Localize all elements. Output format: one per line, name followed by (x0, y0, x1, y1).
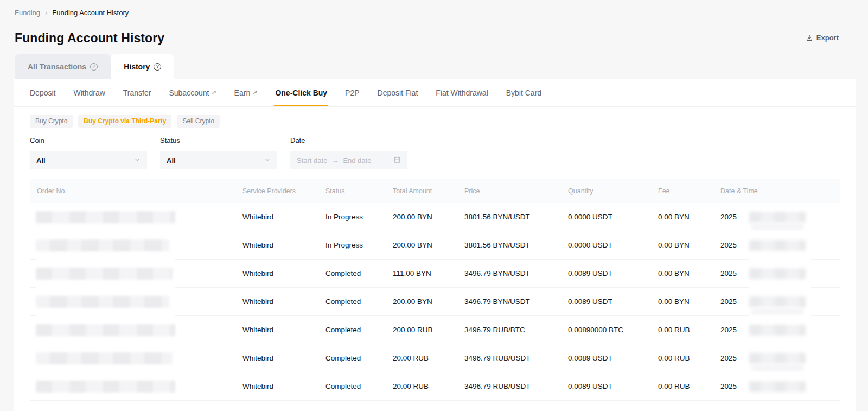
start-date-placeholder[interactable]: Start date (297, 156, 327, 165)
table-row: Whitebird Completed 200.00 BYN 3496.79 B… (30, 288, 840, 316)
coin-filter-label: Coin (30, 136, 147, 144)
col-order-no: Order No. (37, 187, 242, 195)
pill-buy-crypto-via-third-party[interactable]: Buy Crypto via Third-Party (78, 115, 171, 128)
table-header: Order No. Service Providers Status Total… (30, 179, 840, 203)
export-button[interactable]: Export (806, 34, 839, 42)
total-amount: 200.00 BYN (393, 298, 464, 306)
col-quantity: Quantity (568, 187, 658, 195)
row-status: In Progress (326, 213, 393, 221)
total-amount: 20.00 RUB (393, 382, 464, 390)
coin-select-value: All (36, 156, 46, 165)
table-row: Whitebird In Progress 200.00 BYN 3801.56… (30, 231, 840, 260)
order-no-redacted-blur (36, 203, 175, 231)
price: 3496.79 RUB/USDT (464, 354, 568, 362)
service-provider: Whitebird (242, 213, 326, 221)
table-row: Whitebird Completed 20.00 RUB 3496.79 RU… (30, 372, 840, 401)
subtab-deposit[interactable]: Deposit (30, 79, 55, 106)
order-no-redacted-blur (36, 316, 175, 344)
tab-history[interactable]: History ? (111, 54, 174, 79)
pill-sell-crypto[interactable]: Sell Crypto (177, 115, 220, 128)
fee: 0.00 RUB (658, 382, 720, 390)
col-total-amount: Total Amount (393, 187, 464, 195)
tab-all-transactions[interactable]: All Transactions ? (15, 54, 111, 79)
fee: 0.00 RUB (658, 326, 720, 334)
tab-history-label: History (124, 62, 150, 71)
chevron-right-icon: › (45, 9, 47, 17)
service-provider: Whitebird (242, 354, 326, 362)
date-year: 2025 (720, 241, 737, 249)
date-range-input[interactable]: Start date → End date (290, 151, 407, 169)
fee: 0.00 BYN (658, 298, 720, 306)
coin-select[interactable]: All (30, 151, 147, 169)
status-select[interactable]: All (160, 151, 277, 169)
question-circle-icon[interactable]: ? (90, 63, 98, 71)
date-time-cell: 2025 (720, 241, 840, 249)
date-time-cell: 2025 (720, 298, 840, 306)
subtab-one-click-buy[interactable]: One-Click Buy (275, 79, 327, 106)
date-redacted-blur (749, 231, 811, 260)
date-redacted-blur (749, 372, 811, 400)
total-amount: 200.00 RUB (393, 326, 464, 334)
quantity: 0.0089 USDT (568, 354, 658, 362)
fee: 0.00 BYN (658, 213, 720, 221)
price: 3801.56 BYN/USDT (464, 213, 568, 221)
question-circle-icon[interactable]: ? (154, 63, 161, 71)
row-status: Completed (326, 382, 393, 390)
col-fee: Fee (658, 187, 720, 195)
order-no-redacted-blur (36, 344, 175, 372)
row-status: In Progress (326, 241, 393, 249)
download-icon (806, 34, 813, 42)
quantity: 0.0000 USDT (568, 241, 658, 249)
status-select-value: All (167, 156, 176, 165)
subtab-withdraw[interactable]: Withdraw (73, 79, 105, 106)
row-status: Completed (326, 298, 393, 306)
subtab-deposit-fiat[interactable]: Deposit Fiat (378, 79, 418, 106)
date-redacted-blur (749, 344, 811, 372)
pills: Buy Crypto Buy Crypto via Third-Party Se… (14, 107, 856, 128)
fee: 0.00 BYN (658, 269, 720, 277)
service-provider: Whitebird (242, 269, 326, 277)
col-date-time: Date & Time (720, 187, 840, 195)
status-filter: Status All (160, 136, 277, 169)
calendar-icon[interactable] (393, 156, 401, 165)
range-arrow-icon: → (331, 156, 339, 165)
service-provider: Whitebird (242, 326, 326, 334)
subtab-transfer[interactable]: Transfer (123, 79, 151, 106)
tab-all-transactions-label: All Transactions (28, 62, 86, 71)
price: 3496.79 BYN/USDT (464, 269, 568, 277)
chevron-down-icon (134, 156, 141, 165)
pill-buy-crypto[interactable]: Buy Crypto (30, 115, 73, 128)
status-filter-label: Status (160, 136, 277, 144)
subtab-earn[interactable]: Earn ↗ (234, 79, 258, 106)
export-label: Export (816, 34, 839, 42)
date-time-cell: 2025 (720, 382, 840, 390)
date-year: 2025 (720, 382, 737, 390)
filters: Coin All Status All Date Start date → (14, 128, 856, 169)
table-row: Whitebird Completed 111.00 BYN 3496.79 B… (30, 260, 840, 288)
breadcrumb-funding-link[interactable]: Funding (15, 9, 40, 17)
date-year: 2025 (720, 298, 737, 306)
content-card: Deposit Withdraw Transfer Subaccount ↗ E… (14, 79, 856, 411)
service-provider: Whitebird (242, 241, 326, 249)
total-amount: 111.00 BYN (393, 269, 464, 277)
subtab-bybit-card[interactable]: Bybit Card (506, 79, 541, 106)
table-row: Whitebird Completed 20.00 RUB 3496.79 RU… (30, 344, 840, 372)
col-price: Price (464, 187, 568, 195)
col-service-providers: Service Providers (242, 187, 326, 195)
subtab-p2p[interactable]: P2P (345, 79, 359, 106)
quantity: 0.0089 USDT (568, 382, 658, 390)
external-link-icon: ↗ (252, 89, 257, 96)
row-status: Completed (326, 354, 393, 362)
quantity: 0.00890000 BTC (568, 326, 658, 334)
subtab-fiat-withdrawal[interactable]: Fiat Withdrawal (436, 79, 488, 106)
date-time-cell: 2025 (720, 354, 840, 362)
table-row: Whitebird In Progress 200.00 BYN 3801.56… (30, 203, 840, 231)
col-status: Status (326, 187, 393, 195)
coin-filter: Coin All (30, 136, 147, 169)
subtab-subaccount[interactable]: Subaccount ↗ (169, 79, 216, 106)
end-date-placeholder[interactable]: End date (343, 156, 371, 165)
fee: 0.00 RUB (658, 354, 720, 362)
order-no-redacted-blur (36, 288, 175, 316)
row-status: Completed (326, 326, 393, 334)
date-redacted-blur (749, 203, 811, 231)
